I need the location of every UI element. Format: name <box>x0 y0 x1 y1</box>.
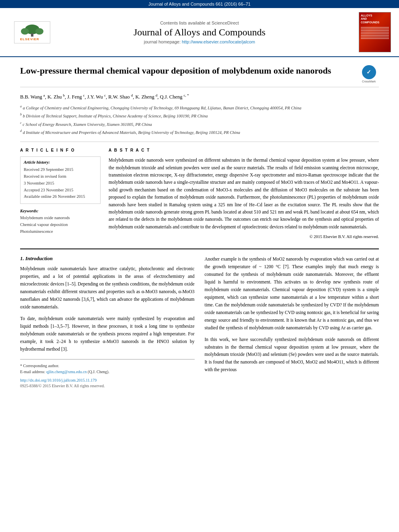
svg-rect-2 <box>31 33 33 37</box>
footnote-area: * Corresponding author. E-mail address: … <box>20 359 195 375</box>
svg-point-4 <box>35 28 43 35</box>
history-title: Article history: <box>24 160 97 164</box>
info-abstract-section: A R T I C L E I N F O Article history: R… <box>20 142 379 240</box>
abstract-label: A B S T R A C T <box>109 148 379 152</box>
crossmark-badge[interactable]: ✓ CrossMark <box>359 65 379 83</box>
keywords-section: Keywords: Molybdenum oxide nanorods Chem… <box>20 209 101 235</box>
keyword-3: Photoluminescence <box>20 229 53 234</box>
email-address[interactable]: qjlin.cheng@xmu.edu.cn <box>46 370 87 374</box>
article-info-column: A R T I C L E I N F O Article history: R… <box>20 148 101 240</box>
svg-point-3 <box>21 28 29 35</box>
affiliation-b: b b Division of Technical Support, Insti… <box>20 112 379 119</box>
available-date: Available online 26 November 2015 <box>24 193 97 200</box>
journal-homepage: journal homepage: http://www.elsevier.co… <box>56 39 343 44</box>
two-col-body: 1. Introduction Molybdenum oxide nanomat… <box>20 255 379 388</box>
email-name: (Q.J. Cheng). <box>88 370 109 374</box>
cover-decorative-lines <box>361 26 389 40</box>
abstract-text: Molybdenum oxide nanorods were synthesiz… <box>109 156 379 240</box>
intro-title: Introduction <box>25 255 53 261</box>
email-label: E-mail address: <box>20 370 45 374</box>
revised-label: Received in revised form <box>24 173 97 180</box>
intro-heading: 1. Introduction <box>20 255 195 262</box>
article-title: Low-pressure thermal chemical vapour dep… <box>20 65 353 77</box>
revised-date: 3 November 2015 <box>24 180 97 187</box>
doi-link[interactable]: http://dx.doi.org/10.1016/j.jallcom.2015… <box>20 378 195 382</box>
journal-citation-text: Journal of Alloys and Compounds 661 (201… <box>148 2 251 6</box>
keywords-title: Keywords: <box>20 209 101 213</box>
cover-title: ALLOYSANDCOMPOUNDS <box>361 14 389 24</box>
article-title-section: Low-pressure thermal chemical vapour dep… <box>20 65 379 87</box>
crossmark-label: CrossMark <box>362 80 376 83</box>
copyright-notice: © 2015 Elsevier B.V. All rights reserved… <box>109 234 379 240</box>
svg-text:ELSEVIER: ELSEVIER <box>20 37 39 41</box>
header-center: Contents lists available at ScienceDirec… <box>56 21 343 44</box>
journal-cover-image: ALLOYSANDCOMPOUNDS <box>359 12 391 52</box>
intro-right-para1: Another example is the synthesis of MoO2… <box>205 255 379 332</box>
journal-header: ELSEVIER Contents lists available at Sci… <box>0 8 399 57</box>
received-date: Received 29 September 2015 <box>24 166 97 173</box>
corresponding-note: * Corresponding author. <box>20 363 195 369</box>
crossmark-icon: ✓ <box>362 65 376 79</box>
article-info-label: A R T I C L E I N F O <box>20 148 101 152</box>
abstract-body: Molybdenum oxide nanorods were synthesiz… <box>109 158 379 229</box>
keywords-list: Molybdenum oxide nanorods Chemical vapou… <box>20 215 101 235</box>
authors-line: B.B. Wang a, K. Zhu b, J. Feng c, J.Y. W… <box>20 93 379 100</box>
body-section: 1. Introduction Molybdenum oxide nanomat… <box>20 249 379 388</box>
homepage-url[interactable]: http://www.elsevier.com/locate/jalcom <box>182 39 255 44</box>
body-right-column: Another example is the synthesis of MoO2… <box>205 255 379 388</box>
article-history-box: Article history: Received 29 September 2… <box>20 156 101 204</box>
journal-citation-bar: Journal of Alloys and Compounds 661 (201… <box>0 0 399 8</box>
email-line: E-mail address: qjlin.cheng@xmu.edu.cn (… <box>20 369 195 375</box>
accepted-date: Accepted 23 November 2015 <box>24 187 97 194</box>
affiliation-c: c c School of Energy Research, Xiamen Un… <box>20 121 379 127</box>
homepage-label: journal homepage: <box>144 39 181 44</box>
affiliation-a: a a College of Chemistry and Chemical En… <box>20 104 379 111</box>
abstract-column: A B S T R A C T Molybdenum oxide nanorod… <box>109 148 379 240</box>
footer-copyright: 0925-8388/© 2015 Elsevier B.V. All right… <box>20 384 195 388</box>
main-content: Low-pressure thermal chemical vapour dep… <box>0 57 399 396</box>
header-logo-area: ELSEVIER <box>8 21 56 43</box>
header-right: ALLOYSANDCOMPOUNDS <box>343 12 391 52</box>
affiliations: a a College of Chemistry and Chemical En… <box>20 104 379 136</box>
intro-left-para1: Molybdenum oxide nanomaterials have attr… <box>20 265 195 311</box>
elsevier-logo: ELSEVIER <box>14 21 50 43</box>
intro-right-para2: In this work, we have successfully synth… <box>205 336 379 374</box>
body-left-column: 1. Introduction Molybdenum oxide nanomat… <box>20 255 195 388</box>
intro-left-para2: To date, molybdenum oxide nanomaterials … <box>20 315 195 353</box>
sciencedirect-prefix: Contents lists available at ScienceDirec… <box>160 21 239 25</box>
keyword-2: Chemical vapour deposition <box>20 222 68 227</box>
keyword-1: Molybdenum oxide nanorods <box>20 216 70 220</box>
intro-number: 1. <box>20 255 24 261</box>
sciencedirect-link: Contents lists available at ScienceDirec… <box>56 21 343 25</box>
journal-title-header: Journal of Alloys and Compounds <box>56 27 343 38</box>
affiliation-d: d d Institute of Microstructure and Prop… <box>20 129 379 136</box>
